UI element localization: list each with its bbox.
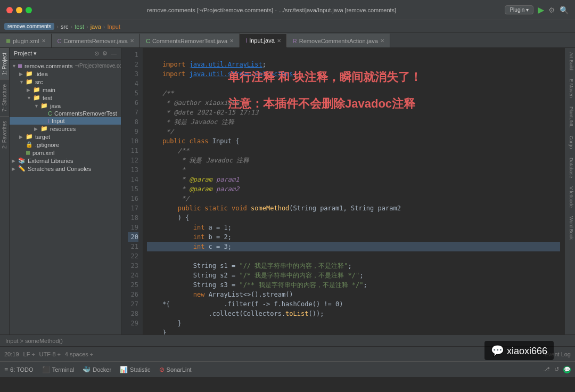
cargo-label[interactable]: Cargo — [565, 132, 575, 153]
statistic-icon: 📊 — [120, 366, 128, 373]
sidebar-close-icon[interactable]: — — [111, 50, 117, 57]
todo-icon: ≡ — [4, 366, 8, 373]
traffic-lights — [6, 7, 32, 13]
tab-remove-action[interactable]: R RemoveCommentsAction.java ✕ — [287, 34, 390, 47]
tab-input-java[interactable]: I Input.java ✕ — [240, 34, 287, 47]
right-panel: Art Build E Maven PlantUML Cargo Databas… — [564, 48, 575, 334]
watermark: 💬 xiaoxi666 — [484, 341, 554, 360]
sonar-tool[interactable]: ⊘ SonarLint — [159, 366, 192, 373]
breadcrumb-item[interactable]: remove.comments — [4, 23, 54, 30]
tree-item-gitignore[interactable]: ▶ 🔒 .gitignore — [10, 141, 121, 149]
tree-item-pom[interactable]: ▶ ◼ pom.xml — [10, 149, 121, 157]
sidebar-sync-icon[interactable]: ⊙ — [94, 50, 99, 57]
breadcrumb-item[interactable]: test — [75, 23, 84, 30]
tree-item-target[interactable]: ▶ 📁 target — [10, 133, 121, 141]
editor-area: 1 2 3 4 5 6 7 8 9 10 11 12 13 14 15 16 1… — [121, 48, 564, 334]
editor-breadcrumb: Input > someMethod() — [5, 338, 63, 344]
tree-item-comments-remover-test[interactable]: ▶ C CommentsRemoverTest — [10, 110, 121, 117]
favorites-side-tab[interactable]: 2: Favorites — [0, 116, 9, 153]
sync-icon: ↺ — [554, 366, 559, 373]
java-icon: R — [293, 38, 297, 44]
tree-item-src[interactable]: ▼ 📁 src — [10, 78, 121, 86]
git-icon: ⎇ — [543, 366, 550, 373]
title-bar: remove.comments [~/Project/remove.commen… — [0, 0, 575, 20]
sidebar-header: Project ▾ ⊙ ⚙ — — [10, 48, 121, 60]
status-left: 20:19 LF ÷ UTF-8 ÷ 4 spaces ÷ — [4, 351, 93, 357]
docker-tool[interactable]: 🐳 Docker — [83, 366, 111, 373]
java-icon: C — [58, 38, 62, 44]
database-label[interactable]: Database — [565, 153, 575, 183]
terminal-icon: ⬛ — [42, 366, 50, 373]
sidebar-settings-icon[interactable]: ⚙ — [102, 50, 108, 57]
java-test-icon: C — [146, 38, 150, 44]
plugin-button[interactable]: Plugin ▾ — [505, 5, 533, 14]
tree-item-scratches[interactable]: ▶ ✏️ Scratches and Consoles — [10, 165, 121, 173]
tabs-bar: ◼ plugin.xml ✕ C CommentsRemover.java ✕ … — [0, 33, 575, 48]
project-tree: ▼ ◼ remove.comments ~/Project/remove.com… — [10, 60, 121, 334]
java-icon: I — [245, 37, 247, 44]
maximize-button[interactable] — [26, 7, 32, 13]
status-icons-right: ⎇ ↺ 💬 — [543, 366, 571, 373]
art-build-label[interactable]: Art Build — [565, 48, 575, 75]
structure-side-tab[interactable]: 7: Structure — [0, 79, 9, 116]
tree-item-main[interactable]: ▶ 📁 main — [10, 86, 121, 94]
close-icon[interactable]: ✕ — [277, 38, 281, 44]
wechat-icon: 💬 — [563, 366, 571, 373]
terminal-tool[interactable]: ⬛ Terminal — [42, 366, 75, 373]
search-button[interactable]: 🔍 — [560, 6, 569, 14]
docker-icon: 🐳 — [83, 366, 91, 373]
line-ending[interactable]: LF ÷ — [23, 351, 35, 357]
breadcrumb-item[interactable]: src — [61, 23, 69, 30]
indent-info[interactable]: 4 spaces ÷ — [65, 351, 93, 357]
xml-icon: ◼ — [6, 37, 11, 44]
tab-comments-remover-test[interactable]: C CommentsRemoverTest.java ✕ — [140, 34, 240, 47]
tab-comments-remover[interactable]: C CommentsRemover.java ✕ — [52, 34, 140, 47]
close-icon[interactable]: ✕ — [229, 38, 234, 44]
tree-item-java[interactable]: ▼ 📁 java — [10, 102, 121, 110]
project-side-tab[interactable]: 1: Project — [0, 48, 9, 79]
breadcrumb-bar: remove.comments › src › test › java › In… — [0, 20, 575, 33]
tree-item-root[interactable]: ▼ ◼ remove.comments ~/Project/remove.com… — [10, 62, 121, 70]
code-text[interactable]: import java.util.ArrayList; import java.… — [143, 48, 564, 334]
statistic-tool[interactable]: 📊 Statistic — [120, 366, 151, 373]
close-button[interactable] — [6, 7, 13, 13]
minimize-button[interactable] — [16, 7, 22, 13]
plantuml-label[interactable]: PlantUML — [565, 102, 575, 132]
toolbar-right: Plugin ▾ ▶ ⚙ 🔍 — [505, 5, 569, 15]
window-title: remove.comments [~/Project/remove.commen… — [38, 7, 505, 13]
close-icon[interactable]: ✕ — [42, 38, 46, 44]
tab-plugin-xml[interactable]: ◼ plugin.xml ✕ — [0, 34, 52, 47]
wechat-logo: 💬 — [491, 345, 504, 356]
maven-label[interactable]: E Maven — [565, 75, 575, 102]
tree-item-resources[interactable]: ▶ 📁 resources — [10, 125, 121, 133]
word-book-label[interactable]: Word Book — [565, 212, 575, 244]
tree-item-test[interactable]: ▼ 📁 test — [10, 94, 121, 102]
lettcode-label[interactable]: V lettcode — [565, 182, 575, 212]
run-button[interactable]: ▶ — [538, 5, 544, 15]
tree-item-input[interactable]: ▶ I Input — [10, 117, 121, 125]
editor-content[interactable]: 1 2 3 4 5 6 7 8 9 10 11 12 13 14 15 16 1… — [121, 48, 564, 334]
main-layout: 1: Project 7: Structure 2: Favorites Pro… — [0, 48, 575, 334]
tree-item-external-libs[interactable]: ▶ 📚 External Libraries — [10, 157, 121, 165]
debug-button[interactable]: ⚙ — [548, 6, 555, 14]
sonar-icon: ⊘ — [159, 366, 165, 373]
encoding-info[interactable]: UTF-8 ÷ — [39, 351, 60, 357]
todo-tool[interactable]: ≡ 6: TODO — [4, 366, 34, 373]
breadcrumb-item[interactable]: Input — [108, 23, 120, 30]
watermark-text: xiaoxi666 — [507, 346, 547, 356]
left-side-tabs: 1: Project 7: Structure 2: Favorites — [0, 48, 10, 334]
sidebar-icons: ⊙ ⚙ — — [94, 50, 117, 57]
close-icon[interactable]: ✕ — [130, 38, 134, 44]
project-sidebar: Project ▾ ⊙ ⚙ — ▼ ◼ remove.comments ~/Pr… — [10, 48, 121, 334]
position-info: 20:19 — [4, 351, 19, 357]
bottom-tools-bar: ≡ 6: TODO ⬛ Terminal 🐳 Docker 📊 Statisti… — [0, 361, 575, 377]
close-icon[interactable]: ✕ — [380, 38, 384, 44]
project-label: Project ▾ — [14, 50, 37, 57]
line-numbers: 1 2 3 4 5 6 7 8 9 10 11 12 13 14 15 16 1… — [121, 48, 143, 334]
breadcrumb-item[interactable]: java — [91, 23, 101, 30]
tree-item-idea[interactable]: ▶ 📁 .idea — [10, 70, 121, 78]
